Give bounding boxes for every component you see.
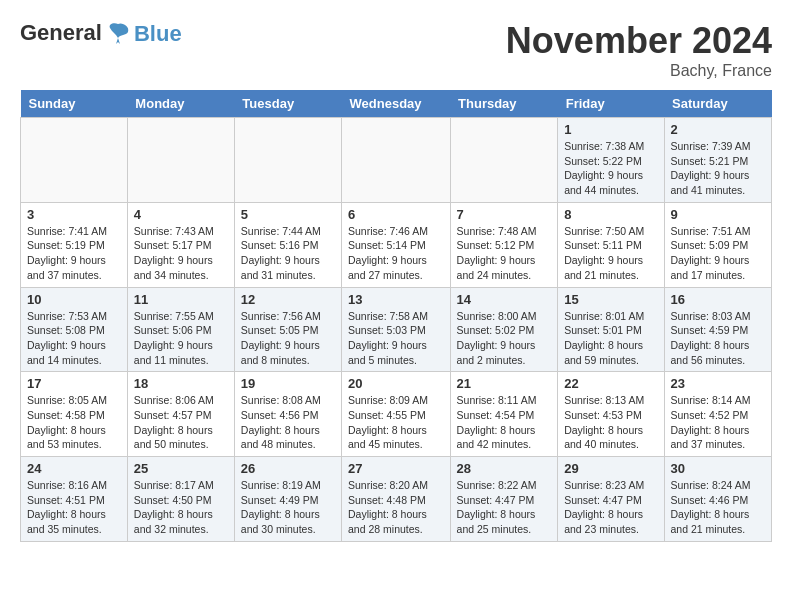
day-number: 13	[348, 292, 444, 307]
calendar-day-cell: 25Sunrise: 8:17 AM Sunset: 4:50 PM Dayli…	[127, 457, 234, 542]
day-number: 21	[457, 376, 552, 391]
calendar-day-cell: 21Sunrise: 8:11 AM Sunset: 4:54 PM Dayli…	[450, 372, 558, 457]
calendar-day-cell: 19Sunrise: 8:08 AM Sunset: 4:56 PM Dayli…	[234, 372, 341, 457]
day-info: Sunrise: 7:44 AM Sunset: 5:16 PM Dayligh…	[241, 224, 335, 283]
day-number: 8	[564, 207, 657, 222]
day-number: 12	[241, 292, 335, 307]
calendar-day-cell	[342, 118, 451, 203]
weekday-header-cell: Tuesday	[234, 90, 341, 118]
calendar-day-cell	[450, 118, 558, 203]
day-number: 22	[564, 376, 657, 391]
calendar-table: SundayMondayTuesdayWednesdayThursdayFrid…	[20, 90, 772, 542]
logo-bird-icon	[104, 20, 132, 48]
day-number: 25	[134, 461, 228, 476]
calendar-day-cell: 10Sunrise: 7:53 AM Sunset: 5:08 PM Dayli…	[21, 287, 128, 372]
day-number: 28	[457, 461, 552, 476]
calendar-day-cell: 16Sunrise: 8:03 AM Sunset: 4:59 PM Dayli…	[664, 287, 771, 372]
calendar-day-cell: 29Sunrise: 8:23 AM Sunset: 4:47 PM Dayli…	[558, 457, 664, 542]
calendar-day-cell: 6Sunrise: 7:46 AM Sunset: 5:14 PM Daylig…	[342, 202, 451, 287]
day-number: 19	[241, 376, 335, 391]
day-number: 1	[564, 122, 657, 137]
day-number: 15	[564, 292, 657, 307]
day-info: Sunrise: 8:23 AM Sunset: 4:47 PM Dayligh…	[564, 478, 657, 537]
calendar-body: 1Sunrise: 7:38 AM Sunset: 5:22 PM Daylig…	[21, 118, 772, 542]
calendar-day-cell: 26Sunrise: 8:19 AM Sunset: 4:49 PM Dayli…	[234, 457, 341, 542]
calendar-day-cell	[234, 118, 341, 203]
day-info: Sunrise: 7:53 AM Sunset: 5:08 PM Dayligh…	[27, 309, 121, 368]
day-number: 17	[27, 376, 121, 391]
calendar-day-cell: 18Sunrise: 8:06 AM Sunset: 4:57 PM Dayli…	[127, 372, 234, 457]
day-info: Sunrise: 8:01 AM Sunset: 5:01 PM Dayligh…	[564, 309, 657, 368]
weekday-header-cell: Sunday	[21, 90, 128, 118]
day-info: Sunrise: 8:17 AM Sunset: 4:50 PM Dayligh…	[134, 478, 228, 537]
logo: General Blue	[20, 20, 182, 48]
calendar-day-cell: 11Sunrise: 7:55 AM Sunset: 5:06 PM Dayli…	[127, 287, 234, 372]
day-info: Sunrise: 7:56 AM Sunset: 5:05 PM Dayligh…	[241, 309, 335, 368]
calendar-week-row: 17Sunrise: 8:05 AM Sunset: 4:58 PM Dayli…	[21, 372, 772, 457]
calendar-day-cell: 9Sunrise: 7:51 AM Sunset: 5:09 PM Daylig…	[664, 202, 771, 287]
calendar-day-cell: 22Sunrise: 8:13 AM Sunset: 4:53 PM Dayli…	[558, 372, 664, 457]
day-number: 10	[27, 292, 121, 307]
weekday-header-cell: Wednesday	[342, 90, 451, 118]
calendar-day-cell: 4Sunrise: 7:43 AM Sunset: 5:17 PM Daylig…	[127, 202, 234, 287]
calendar-day-cell	[21, 118, 128, 203]
day-info: Sunrise: 7:50 AM Sunset: 5:11 PM Dayligh…	[564, 224, 657, 283]
page-header: General Blue November 2024 Bachy, France	[20, 20, 772, 80]
day-number: 9	[671, 207, 765, 222]
calendar-day-cell: 15Sunrise: 8:01 AM Sunset: 5:01 PM Dayli…	[558, 287, 664, 372]
day-info: Sunrise: 7:39 AM Sunset: 5:21 PM Dayligh…	[671, 139, 765, 198]
calendar-day-cell: 24Sunrise: 8:16 AM Sunset: 4:51 PM Dayli…	[21, 457, 128, 542]
day-number: 2	[671, 122, 765, 137]
calendar-week-row: 24Sunrise: 8:16 AM Sunset: 4:51 PM Dayli…	[21, 457, 772, 542]
weekday-header-row: SundayMondayTuesdayWednesdayThursdayFrid…	[21, 90, 772, 118]
day-info: Sunrise: 7:48 AM Sunset: 5:12 PM Dayligh…	[457, 224, 552, 283]
weekday-header-cell: Thursday	[450, 90, 558, 118]
logo-line1: General	[20, 20, 102, 45]
day-number: 6	[348, 207, 444, 222]
day-info: Sunrise: 8:11 AM Sunset: 4:54 PM Dayligh…	[457, 393, 552, 452]
day-number: 14	[457, 292, 552, 307]
day-number: 18	[134, 376, 228, 391]
calendar-day-cell: 23Sunrise: 8:14 AM Sunset: 4:52 PM Dayli…	[664, 372, 771, 457]
day-number: 5	[241, 207, 335, 222]
calendar-day-cell: 7Sunrise: 7:48 AM Sunset: 5:12 PM Daylig…	[450, 202, 558, 287]
day-number: 11	[134, 292, 228, 307]
day-info: Sunrise: 7:58 AM Sunset: 5:03 PM Dayligh…	[348, 309, 444, 368]
day-number: 26	[241, 461, 335, 476]
weekday-header-cell: Saturday	[664, 90, 771, 118]
day-info: Sunrise: 8:09 AM Sunset: 4:55 PM Dayligh…	[348, 393, 444, 452]
day-number: 30	[671, 461, 765, 476]
day-number: 7	[457, 207, 552, 222]
day-info: Sunrise: 7:51 AM Sunset: 5:09 PM Dayligh…	[671, 224, 765, 283]
day-info: Sunrise: 8:00 AM Sunset: 5:02 PM Dayligh…	[457, 309, 552, 368]
weekday-header-cell: Friday	[558, 90, 664, 118]
calendar-day-cell	[127, 118, 234, 203]
day-number: 29	[564, 461, 657, 476]
calendar-day-cell: 20Sunrise: 8:09 AM Sunset: 4:55 PM Dayli…	[342, 372, 451, 457]
title-block: November 2024 Bachy, France	[506, 20, 772, 80]
calendar-day-cell: 3Sunrise: 7:41 AM Sunset: 5:19 PM Daylig…	[21, 202, 128, 287]
day-info: Sunrise: 8:19 AM Sunset: 4:49 PM Dayligh…	[241, 478, 335, 537]
calendar-day-cell: 14Sunrise: 8:00 AM Sunset: 5:02 PM Dayli…	[450, 287, 558, 372]
calendar-day-cell: 5Sunrise: 7:44 AM Sunset: 5:16 PM Daylig…	[234, 202, 341, 287]
day-info: Sunrise: 7:55 AM Sunset: 5:06 PM Dayligh…	[134, 309, 228, 368]
day-info: Sunrise: 8:20 AM Sunset: 4:48 PM Dayligh…	[348, 478, 444, 537]
calendar-day-cell: 2Sunrise: 7:39 AM Sunset: 5:21 PM Daylig…	[664, 118, 771, 203]
day-info: Sunrise: 8:22 AM Sunset: 4:47 PM Dayligh…	[457, 478, 552, 537]
day-info: Sunrise: 7:46 AM Sunset: 5:14 PM Dayligh…	[348, 224, 444, 283]
calendar-day-cell: 1Sunrise: 7:38 AM Sunset: 5:22 PM Daylig…	[558, 118, 664, 203]
calendar-week-row: 10Sunrise: 7:53 AM Sunset: 5:08 PM Dayli…	[21, 287, 772, 372]
day-info: Sunrise: 8:24 AM Sunset: 4:46 PM Dayligh…	[671, 478, 765, 537]
day-number: 27	[348, 461, 444, 476]
day-info: Sunrise: 7:43 AM Sunset: 5:17 PM Dayligh…	[134, 224, 228, 283]
calendar-day-cell: 12Sunrise: 7:56 AM Sunset: 5:05 PM Dayli…	[234, 287, 341, 372]
calendar-day-cell: 30Sunrise: 8:24 AM Sunset: 4:46 PM Dayli…	[664, 457, 771, 542]
weekday-header-cell: Monday	[127, 90, 234, 118]
day-number: 4	[134, 207, 228, 222]
day-info: Sunrise: 8:13 AM Sunset: 4:53 PM Dayligh…	[564, 393, 657, 452]
day-info: Sunrise: 8:08 AM Sunset: 4:56 PM Dayligh…	[241, 393, 335, 452]
calendar-day-cell: 27Sunrise: 8:20 AM Sunset: 4:48 PM Dayli…	[342, 457, 451, 542]
calendar-day-cell: 17Sunrise: 8:05 AM Sunset: 4:58 PM Dayli…	[21, 372, 128, 457]
calendar-week-row: 3Sunrise: 7:41 AM Sunset: 5:19 PM Daylig…	[21, 202, 772, 287]
day-number: 3	[27, 207, 121, 222]
